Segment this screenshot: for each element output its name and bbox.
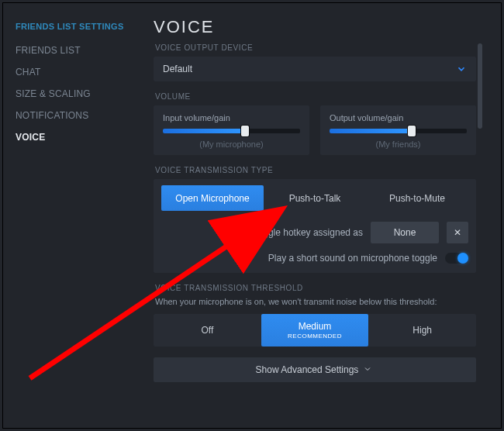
- threshold-medium[interactable]: Medium RECOMMENDED: [261, 314, 369, 347]
- sidebar-item-notifications[interactable]: NOTIFICATIONS: [16, 110, 136, 121]
- section-label-output-device: VOICE OUTPUT DEVICE: [155, 43, 476, 52]
- chevron-down-icon: [456, 64, 467, 74]
- settings-window: ✕ FRIENDS LIST SETTINGS FRIENDS LIST CHA…: [2, 2, 502, 429]
- hotkey-row: Mute toggle hotkey assigned as None ✕: [161, 222, 468, 243]
- threshold-medium-sub: RECOMMENDED: [288, 333, 342, 340]
- threshold-off[interactable]: Off: [154, 314, 261, 347]
- output-volume-title: Output volume/gain: [330, 113, 467, 122]
- transmission-open-microphone[interactable]: Open Microphone: [161, 185, 264, 211]
- section-label-threshold: VOICE TRANSMISSION THRESHOLD: [155, 284, 476, 292]
- hotkey-clear-button[interactable]: ✕: [447, 222, 468, 243]
- hotkey-label: Mute toggle hotkey assigned as: [232, 227, 363, 238]
- scrollbar[interactable]: [478, 43, 482, 428]
- threshold-high[interactable]: High: [368, 314, 476, 347]
- transmission-options: Open Microphone Push-to-Talk Push-to-Mut…: [161, 185, 468, 211]
- voice-output-device-select[interactable]: Default: [154, 57, 476, 81]
- input-volume-title: Input volume/gain: [163, 113, 300, 122]
- chevron-down-icon: [363, 364, 374, 375]
- voice-output-device-value: Default: [163, 64, 192, 74]
- transmission-push-to-talk[interactable]: Push-to-Talk: [264, 185, 366, 211]
- sidebar-title: FRIENDS LIST SETTINGS: [16, 22, 136, 31]
- page-title: VOICE: [154, 17, 484, 37]
- output-volume-box: Output volume/gain (My friends): [320, 105, 476, 155]
- section-label-volume: VOLUME: [155, 92, 476, 101]
- sidebar-item-chat[interactable]: CHAT: [16, 67, 136, 78]
- sidebar-item-size-scaling[interactable]: SIZE & SCALING: [16, 88, 136, 99]
- threshold-medium-label: Medium: [299, 321, 332, 332]
- scroll-area: VOICE OUTPUT DEVICE Default VOLUME Input…: [154, 43, 484, 428]
- sound-toggle-label: Play a short sound on microphone toggle: [268, 253, 437, 264]
- sound-toggle-switch[interactable]: [445, 253, 468, 264]
- threshold-options: Off Medium RECOMMENDED High: [154, 314, 476, 347]
- sidebar-item-voice[interactable]: VOICE: [16, 132, 136, 143]
- input-volume-slider[interactable]: [163, 129, 300, 133]
- hotkey-input[interactable]: None: [371, 222, 439, 243]
- sound-toggle-row: Play a short sound on microphone toggle: [161, 253, 468, 264]
- volume-row: Input volume/gain (My microphone) Output…: [154, 105, 476, 155]
- show-advanced-label: Show Advanced Settings: [256, 364, 359, 375]
- sidebar: FRIENDS LIST SETTINGS FRIENDS LIST CHAT …: [3, 3, 136, 428]
- transmission-push-to-mute[interactable]: Push-to-Mute: [366, 185, 468, 211]
- section-label-transmission: VOICE TRANSMISSION TYPE: [155, 166, 476, 174]
- threshold-off-label: Off: [201, 325, 213, 336]
- show-advanced-button[interactable]: Show Advanced Settings: [154, 357, 476, 382]
- input-volume-box: Input volume/gain (My microphone): [154, 105, 309, 155]
- input-volume-sub: (My microphone): [163, 140, 300, 149]
- threshold-description: When your microphone is on, we won't tra…: [155, 297, 476, 306]
- sidebar-item-friends-list[interactable]: FRIENDS LIST: [16, 45, 136, 56]
- threshold-high-label: High: [413, 325, 432, 336]
- output-volume-slider[interactable]: [330, 129, 467, 133]
- output-volume-sub: (My friends): [330, 140, 467, 149]
- transmission-panel: Open Microphone Push-to-Talk Push-to-Mut…: [154, 179, 476, 273]
- main-panel: VOICE VOICE OUTPUT DEVICE Default VOLUME…: [136, 3, 501, 428]
